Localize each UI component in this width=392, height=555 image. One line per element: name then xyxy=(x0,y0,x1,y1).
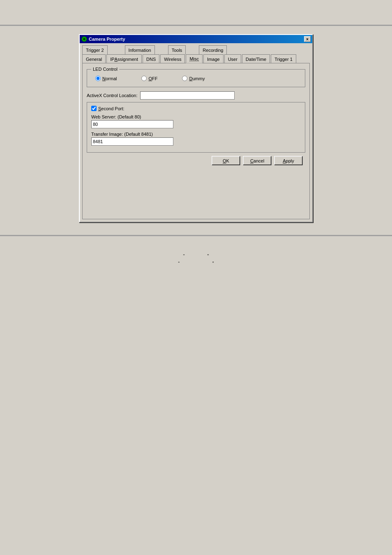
tab-image[interactable]: Image xyxy=(203,54,224,63)
tab-general[interactable]: General xyxy=(82,54,106,63)
second-port-checkbox-row: Second Port: xyxy=(91,106,301,111)
body-text-line2: “ ” xyxy=(178,260,214,267)
activex-row: ActiveX Control Location: xyxy=(87,91,305,100)
tab-tools[interactable]: Tools xyxy=(168,45,186,54)
radio-off-input[interactable] xyxy=(141,76,147,81)
ok-button[interactable]: OK xyxy=(212,156,240,165)
svg-point-1 xyxy=(83,38,85,40)
radio-normal-label: Normal xyxy=(102,76,117,81)
activex-input[interactable] xyxy=(140,91,235,100)
tab-datetime[interactable]: Date/Time xyxy=(242,54,270,63)
tab-recording[interactable]: Recording xyxy=(199,45,227,54)
second-port-checkbox[interactable] xyxy=(91,106,97,111)
title-bar-left: Camera Property xyxy=(81,36,125,42)
tab-ip-assignment[interactable]: IP Assignment xyxy=(106,54,142,63)
body-text-line1: “ ” xyxy=(178,253,214,260)
cancel-button[interactable]: Cancel xyxy=(243,156,272,165)
transfer-label: Transfer Image: (Default 8481) xyxy=(91,132,301,137)
window-body: Trigger 2 Information Tools Recording Ge… xyxy=(80,43,312,222)
radio-off-label: OFF xyxy=(148,76,157,81)
close-button[interactable]: × xyxy=(304,36,311,42)
window-title: Camera Property xyxy=(89,37,125,42)
transfer-input[interactable] xyxy=(91,137,173,146)
radio-normal-input[interactable] xyxy=(95,76,101,81)
tab-information[interactable]: Information xyxy=(125,45,155,54)
led-control-group: LED Control Normal OFF xyxy=(87,67,305,87)
web-server-label: Web Server: (Default 80) xyxy=(91,114,301,119)
tab-wireless[interactable]: Wireless xyxy=(160,54,185,63)
top-separator xyxy=(0,25,392,26)
radio-off: OFF xyxy=(141,76,157,81)
tab-row-2: General IP Assignment DNS Wireless Misc … xyxy=(82,54,310,63)
radio-dummy: Dummy xyxy=(182,76,205,81)
bottom-separator xyxy=(0,235,392,236)
camera-icon xyxy=(81,36,87,42)
radio-dummy-input[interactable] xyxy=(182,76,187,81)
tab-label-assignment: A xyxy=(115,57,118,62)
tab-row-1: Trigger 2 Information Tools Recording xyxy=(82,45,310,54)
web-server-input[interactable] xyxy=(91,120,173,128)
radio-dummy-label: Dummy xyxy=(189,76,205,81)
content-area: LED Control Normal OFF xyxy=(82,63,310,219)
tab-trigger1[interactable]: Trigger 1 xyxy=(271,54,296,63)
body-text: “ ” “ ” xyxy=(178,253,214,267)
button-row: OK Cancel Apply xyxy=(87,153,305,167)
tab-user[interactable]: User xyxy=(224,54,241,63)
led-control-legend: LED Control xyxy=(91,67,119,72)
tab-dns[interactable]: DNS xyxy=(143,54,159,63)
radio-row: Normal OFF Dummy xyxy=(91,73,301,84)
tab-misc[interactable]: Misc xyxy=(186,54,203,63)
tab-trigger2[interactable]: Trigger 2 xyxy=(82,45,108,54)
second-port-label: Second Port: xyxy=(98,106,125,111)
radio-normal: Normal xyxy=(95,76,117,81)
camera-property-window: Camera Property × Trigger 2 Information … xyxy=(79,34,313,223)
apply-button[interactable]: Apply xyxy=(274,156,303,165)
second-port-section: Second Port: Web Server: (Default 80) Tr… xyxy=(87,102,305,153)
activex-label: ActiveX Control Location: xyxy=(87,93,138,98)
page-wrapper: Camera Property × Trigger 2 Information … xyxy=(0,0,392,555)
title-bar: Camera Property × xyxy=(80,35,312,43)
tab-label-ip: IP xyxy=(110,57,114,62)
